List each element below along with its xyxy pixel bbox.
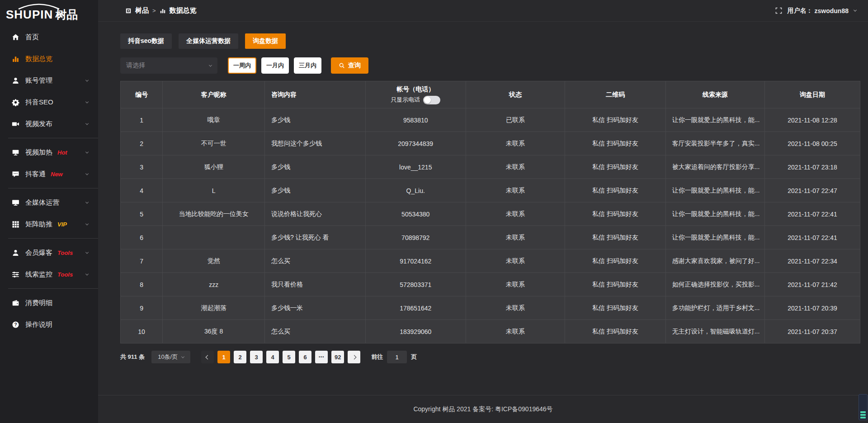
topbar-right: 用户名： zswodun88	[775, 7, 856, 15]
sidebar-item-1[interactable]: 数据总览	[0, 48, 98, 70]
cell-content: 说说价格让我死心	[265, 202, 365, 226]
cell-account: 917024162	[365, 249, 466, 273]
cell-qrcode[interactable]: 私信 扫码加好友	[565, 179, 665, 202]
cell-source[interactable]: 被大家追着问的客厅投影分享...	[665, 155, 764, 179]
cell-id: 2	[121, 132, 163, 155]
cell-qrcode[interactable]: 私信 扫码加好友	[565, 155, 665, 179]
tab-1[interactable]: 全媒体运营数据	[179, 33, 238, 49]
gear-icon	[12, 99, 19, 106]
username[interactable]: zswodun88	[815, 7, 849, 14]
cell-source[interactable]: 让你一眼就爱上的黑科技，能...	[665, 226, 764, 249]
chevron-down-icon	[85, 122, 89, 125]
question-icon: ?	[12, 321, 19, 329]
cell-id: 6	[121, 226, 163, 249]
sidebar-item-label: 消费明细	[25, 299, 52, 307]
cell-status: 未联系	[466, 179, 565, 202]
chevron-down-icon	[85, 272, 89, 275]
sidebar-item-label: 账号管理	[25, 76, 52, 85]
sidebar-item-3[interactable]: 抖音SEO	[0, 91, 98, 113]
user-icon	[12, 77, 19, 85]
sidebar-item-2[interactable]: 账号管理	[0, 70, 98, 91]
page-button-6[interactable]: 6	[299, 351, 311, 363]
goto-suffix: 页	[411, 353, 417, 361]
page-button-4[interactable]: 4	[266, 351, 279, 363]
tab-0[interactable]: 抖音seo数据	[120, 33, 172, 49]
filter-select[interactable]: 请选择	[120, 57, 217, 74]
cell-nickname	[163, 226, 265, 249]
range-button-2[interactable]: 三月内	[294, 57, 321, 74]
cell-source[interactable]: 感谢大家喜欢我家，被问了好...	[665, 249, 764, 273]
search-button-label: 查询	[348, 61, 361, 70]
cell-nickname: 不可一世	[163, 132, 265, 155]
sidebar-item-13[interactable]: 线索监控Tools	[0, 263, 98, 285]
cell-content: 多少钱	[265, 179, 365, 202]
goto-label: 前往	[371, 353, 383, 361]
sidebar-item-12[interactable]: 会员爆客Tools	[0, 242, 98, 263]
range-button-1[interactable]: 一月内	[261, 57, 289, 74]
cell-date: 2021-11-07 22:41	[764, 226, 860, 249]
toggle-knob	[424, 97, 431, 103]
cell-source[interactable]: 无主灯设计，智能磁吸轨道灯...	[665, 320, 764, 343]
prev-page-button[interactable]	[201, 351, 214, 363]
cell-source[interactable]: 让你一眼就爱上的黑科技，能...	[665, 179, 764, 202]
tab-2[interactable]: 询盘数据	[245, 33, 286, 49]
cell-source[interactable]: 让你一眼就爱上的黑科技，能...	[665, 108, 764, 132]
sidebar-item-7[interactable]: 抖客通New	[0, 163, 98, 185]
page-button-92[interactable]: 92	[331, 351, 344, 363]
main-area: 树品 > 数据总览 用户名： zswodun88 抖音seo数据全媒体运营数据询…	[98, 0, 868, 423]
cell-qrcode[interactable]: 私信 扫码加好友	[565, 320, 665, 343]
search-button[interactable]: 查询	[331, 57, 368, 74]
page-button-1[interactable]: 1	[217, 351, 230, 363]
sidebar-item-15[interactable]: 消费明细	[0, 292, 98, 314]
cell-content: 多少钱? 让我死心 看	[265, 226, 365, 249]
sidebar-item-4[interactable]: 视频发布	[0, 113, 98, 135]
range-button-0[interactable]: 一周内	[228, 57, 256, 74]
cell-qrcode[interactable]: 私信 扫码加好友	[565, 249, 665, 273]
cell-nickname: 狐小狸	[163, 155, 265, 179]
sidebar-item-16[interactable]: ?操作说明	[0, 314, 98, 335]
chevron-down-icon[interactable]	[854, 9, 857, 12]
cell-qrcode[interactable]: 私信 扫码加好友	[565, 108, 665, 132]
cell-account: Q_Liu.	[365, 179, 466, 202]
col-content: 咨询内容	[265, 81, 365, 108]
page-more-button[interactable]: •••	[315, 351, 328, 363]
fullscreen-icon[interactable]	[775, 7, 782, 14]
cell-qrcode[interactable]: 私信 扫码加好友	[565, 226, 665, 249]
cell-status: 未联系	[466, 249, 565, 273]
sidebar-item-0[interactable]: 首页	[0, 26, 98, 48]
breadcrumb-root[interactable]: 树品	[135, 6, 149, 15]
page-button-3[interactable]: 3	[250, 351, 263, 363]
tv-icon	[12, 149, 19, 156]
goto-page-input[interactable]	[387, 351, 407, 363]
cell-source[interactable]: 客厅安装投影半年多了，真实...	[665, 132, 764, 155]
next-page-button[interactable]	[348, 351, 360, 363]
cell-qrcode[interactable]: 私信 扫码加好友	[565, 202, 665, 226]
cell-source[interactable]: 让你一眼就爱上的黑科技，能...	[665, 202, 764, 226]
table-row: 5当地比较能吃的一位美女说说价格让我死心50534380未联系私信 扫码加好友让…	[121, 202, 860, 226]
wallet-icon	[12, 299, 19, 307]
cell-status: 已联系	[466, 108, 565, 132]
cell-qrcode[interactable]: 私信 扫码加好友	[565, 273, 665, 296]
sidebar-divider	[8, 288, 98, 289]
cell-date: 2021-11-07 22:34	[764, 249, 860, 273]
cell-date: 2021-11-08 00:25	[764, 132, 860, 155]
cell-qrcode[interactable]: 私信 扫码加好友	[565, 132, 665, 155]
col-date: 询盘日期	[764, 81, 860, 108]
sidebar-item-label: 操作说明	[25, 320, 52, 329]
page-button-2[interactable]: 2	[234, 351, 246, 363]
sidebar-item-label: 视频加热	[25, 148, 52, 157]
cell-source[interactable]: 如何正确选择投影仪，买投影...	[665, 273, 764, 296]
cell-source[interactable]: 多功能护栏灯，适用于乡村文...	[665, 296, 764, 320]
cell-qrcode[interactable]: 私信 扫码加好友	[565, 296, 665, 320]
cell-nickname: 36度 8	[163, 320, 265, 343]
chevron-down-icon	[85, 200, 89, 203]
sidebar-item-label: 首页	[25, 33, 39, 42]
page-button-5[interactable]: 5	[283, 351, 295, 363]
sidebar-item-9[interactable]: 全媒体运营	[0, 192, 98, 213]
page-size-select[interactable]: 10条/页	[151, 351, 190, 363]
sidebar-item-6[interactable]: 视频加热Hot	[0, 141, 98, 163]
sidebar-item-10[interactable]: 矩阵助推VIP	[0, 213, 98, 235]
col-status: 状态	[466, 81, 565, 108]
cell-account: 2097344839	[365, 132, 466, 155]
phone-toggle[interactable]	[423, 96, 440, 104]
